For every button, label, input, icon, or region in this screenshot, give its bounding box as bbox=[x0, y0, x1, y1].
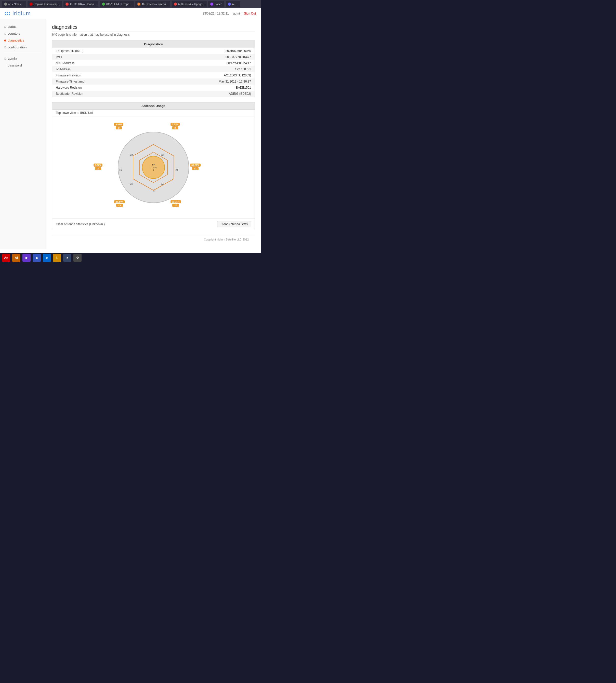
diag-value: AO12003 (AI12003) bbox=[108, 72, 255, 78]
header-user: admin bbox=[233, 12, 242, 15]
tab-4[interactable]: ROZETKA | Гітара... bbox=[100, 1, 134, 7]
antenna-section: Antenna Usage Top down view of IBSU Unit bbox=[52, 102, 255, 230]
sidebar-bullet-diagnostics bbox=[4, 40, 6, 42]
badge-8: 9.09% 8 bbox=[114, 123, 123, 130]
diag-label: Equipment ID (IMEI) bbox=[52, 48, 108, 54]
diag-label: IP Address bbox=[52, 66, 108, 72]
taskbar-tw[interactable]: ▶ bbox=[22, 254, 30, 262]
antenna-diagram: #7 1.14% 1 #1 #6 #2 #5 #3 #4 9.09% bbox=[92, 119, 215, 216]
diagnostics-table: Equipment ID (IMEI)300106060506060IMSI90… bbox=[52, 48, 255, 97]
antenna-1-label: #1 bbox=[130, 154, 133, 157]
page-title: diagnostics bbox=[52, 24, 255, 32]
taskbar-li[interactable]: L bbox=[53, 254, 61, 262]
diag-label: Firmware Revision bbox=[52, 72, 108, 78]
taskbar-st[interactable]: ♣ bbox=[63, 254, 71, 262]
antenna-footer: Clear Antenna Statistics (Unknown ) Clea… bbox=[52, 218, 255, 230]
tab-6[interactable]: AUTO.RIA – Прода... bbox=[172, 1, 207, 7]
antenna-header: Antenna Usage bbox=[52, 103, 255, 110]
taskbar: An Ai ▶ ◆ e L ♣ ⚙ bbox=[0, 253, 261, 263]
sidebar-bullet-configuration bbox=[4, 46, 6, 48]
badge-8-pct: 9.09% bbox=[114, 123, 123, 126]
tab-2[interactable]: Сериал Очень стр... bbox=[27, 1, 62, 7]
sidebar-item-configuration[interactable]: configuration bbox=[0, 44, 46, 51]
header-datetime: 23/08/21 | 19:32:11 bbox=[203, 12, 229, 15]
main-content: diagnostics 640 page lists information t… bbox=[46, 19, 261, 249]
badge-2-pct: 2.27% bbox=[93, 163, 103, 167]
diag-row: Bootloader RevisionADE03 (BDE02) bbox=[52, 91, 255, 97]
antenna-7-pct: 1.14% bbox=[150, 166, 157, 169]
antenna-6-label: #6 bbox=[161, 154, 163, 157]
diag-value: 300106060506060 bbox=[108, 48, 255, 54]
badge-23: 26.14% 23 bbox=[114, 200, 125, 207]
badge-3: 3.41% 3 bbox=[171, 123, 180, 130]
badge-8-count: 8 bbox=[116, 127, 122, 130]
sidebar-item-status[interactable]: status bbox=[0, 23, 46, 30]
tab-7[interactable]: Twitch bbox=[208, 1, 224, 7]
page-description: 640 page lists information that may be u… bbox=[52, 33, 255, 37]
copyright: Copyright Iridium Satellite LLC 2012 bbox=[204, 238, 249, 241]
diag-label: Bootloader Revision bbox=[52, 91, 108, 97]
logo-dots bbox=[5, 12, 10, 15]
antenna-2-label: #2 bbox=[119, 168, 122, 171]
diag-value: BADE1501 bbox=[108, 85, 255, 91]
diag-row: Firmware RevisionAO12003 (AI12003) bbox=[52, 72, 255, 78]
signout-link[interactable]: Sign Out bbox=[244, 12, 256, 15]
diagnostics-section: Diagnostics Equipment ID (IMEI)300106060… bbox=[52, 41, 255, 97]
sidebar-bullet-admin bbox=[4, 58, 6, 60]
diagnostics-header: Diagnostics bbox=[52, 41, 255, 48]
tab-8[interactable]: Ан... bbox=[226, 1, 240, 7]
diag-label: Firmware Timestamp bbox=[52, 78, 108, 85]
sidebar-bullet-counters bbox=[4, 32, 6, 35]
badge-20-pct: 22.73% bbox=[171, 200, 181, 203]
diag-value: 192.168.0.1 bbox=[108, 66, 255, 72]
clear-antenna-label: Clear Antenna Statistics (Unknown ) bbox=[56, 222, 105, 226]
badge-20-count: 20 bbox=[172, 204, 179, 207]
diag-row: Firmware TimestampMay 31 2012 - 17:36:37 bbox=[52, 78, 255, 85]
taskbar-ge[interactable]: ⚙ bbox=[73, 254, 82, 262]
sidebar-item-counters[interactable]: counters bbox=[0, 30, 46, 37]
page-footer: Copyright Iridium Satellite LLC 2012 bbox=[52, 235, 255, 244]
diag-label: MAC Address bbox=[52, 60, 108, 66]
badge-20: 22.73% 20 bbox=[171, 200, 181, 207]
antenna-marker bbox=[153, 189, 155, 191]
antenna-7-count: 1 bbox=[153, 169, 154, 171]
badge-23-pct: 26.14% bbox=[114, 200, 125, 203]
tab-3[interactable]: AUTO.RIA – Прода... bbox=[63, 1, 98, 7]
diag-value: May 31 2012 - 17:36:37 bbox=[108, 78, 255, 85]
logo: iridium bbox=[5, 10, 31, 17]
badge-31: 35.23% 31 bbox=[190, 163, 201, 170]
header-info: 23/08/21 | 19:32:11 | admin Sign Out bbox=[203, 12, 256, 15]
antenna-desc: Top down view of IBSU Unit bbox=[52, 110, 255, 116]
diag-row: Hardware RevisionBADE1501 bbox=[52, 85, 255, 91]
diag-value: 00:1c:b4:00:b4:17 bbox=[108, 60, 255, 66]
tab-1[interactable]: op - New c... bbox=[2, 1, 26, 7]
clear-antenna-button[interactable]: Clear Antenna Stats bbox=[217, 221, 251, 227]
browser-tab-bar: op - New c... Сериал Очень стр... AUTO.R… bbox=[0, 0, 261, 8]
taskbar-di[interactable]: ◆ bbox=[32, 254, 41, 262]
diag-value: ADE03 (BDE02) bbox=[108, 91, 255, 97]
sidebar-item-diagnostics[interactable]: diagnostics bbox=[0, 37, 46, 44]
diag-row: IP Address192.168.0.1 bbox=[52, 66, 255, 72]
site-header: iridium 23/08/21 | 19:32:11 | admin Sign… bbox=[0, 8, 261, 19]
badge-3-pct: 3.41% bbox=[171, 123, 180, 126]
diag-row: MAC Address00:1c:b4:00:b4:17 bbox=[52, 60, 255, 66]
sidebar-bullet-status bbox=[4, 26, 6, 28]
diag-label: Hardware Revision bbox=[52, 85, 108, 91]
sidebar-item-password[interactable]: password bbox=[0, 62, 46, 69]
antenna-7-label: #7 bbox=[152, 163, 155, 166]
badge-3-count: 3 bbox=[172, 127, 178, 130]
diag-row: Equipment ID (IMEI)300106060506060 bbox=[52, 48, 255, 54]
badge-23-count: 23 bbox=[116, 204, 123, 207]
diag-value: 901037770016477 bbox=[108, 54, 255, 60]
sidebar-item-admin[interactable]: admin bbox=[0, 55, 46, 62]
badge-2: 2.27% 2 bbox=[93, 163, 103, 170]
taskbar-ed[interactable]: e bbox=[43, 254, 51, 262]
diag-row: IMSI901037770016477 bbox=[52, 54, 255, 60]
badge-31-count: 31 bbox=[192, 167, 199, 170]
antenna-center-circle: #7 1.14% 1 bbox=[142, 156, 165, 179]
antenna-4-label: #4 bbox=[161, 183, 163, 186]
tab-5[interactable]: AliExpress – інтерн... bbox=[135, 1, 170, 7]
taskbar-ai[interactable]: Ai bbox=[12, 254, 20, 262]
badge-31-pct: 35.23% bbox=[190, 163, 201, 167]
taskbar-an[interactable]: An bbox=[2, 254, 10, 262]
